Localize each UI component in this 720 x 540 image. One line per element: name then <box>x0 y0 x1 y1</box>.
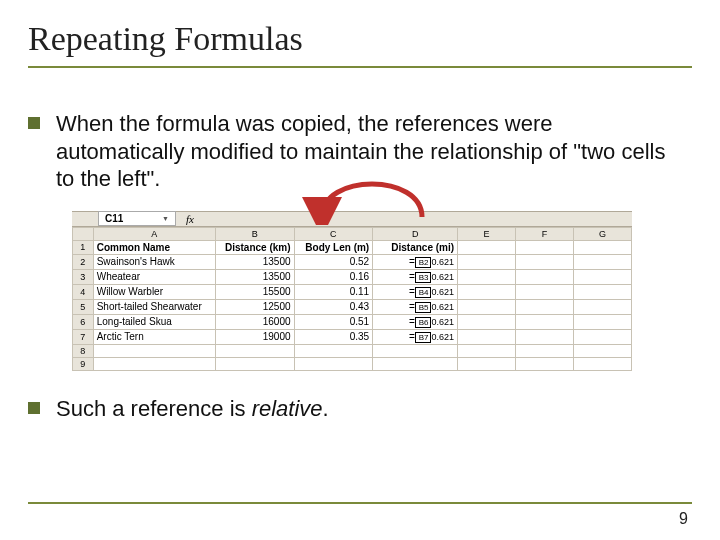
bullet-text: Such a reference is relative. <box>56 395 329 423</box>
formula-ref-cell: =B50.621 <box>373 299 458 314</box>
cell: 0.35 <box>294 329 373 344</box>
bullet-square-icon <box>28 402 40 414</box>
cell <box>574 314 632 329</box>
cell <box>516 284 574 299</box>
row-header: 7 <box>73 329 94 344</box>
bullet-square-icon <box>28 117 40 129</box>
cell <box>516 254 574 269</box>
cell: Long-tailed Skua <box>93 314 215 329</box>
cell <box>458 299 516 314</box>
formula-tail: 0.621 <box>432 332 455 342</box>
cell <box>458 254 516 269</box>
title-rule <box>28 66 692 68</box>
formula-ref-cell: =B70.621 <box>373 329 458 344</box>
cell: 0.16 <box>294 269 373 284</box>
table-row: 5Short-tailed Shearwater125000.43=B50.62… <box>73 299 632 314</box>
spreadsheet-sample: C11 ▼ fx A B C D E F <box>72 211 632 371</box>
cell <box>93 344 215 357</box>
cell: Arctic Tern <box>93 329 215 344</box>
cell <box>215 344 294 357</box>
cell: Wheatear <box>93 269 215 284</box>
cell: 0.11 <box>294 284 373 299</box>
col-header: A <box>93 227 215 240</box>
row-header: 8 <box>73 344 94 357</box>
cell <box>215 357 294 370</box>
select-all-cell <box>73 227 94 240</box>
fx-label: fx <box>186 213 194 225</box>
bullet-item: Such a reference is relative. <box>28 395 668 423</box>
formula-tail: 0.621 <box>432 317 455 327</box>
col-header: B <box>215 227 294 240</box>
bullet-item: When the formula was copied, the referen… <box>28 110 668 193</box>
cell: 0.43 <box>294 299 373 314</box>
table-row: 2Swainson's Hawk135000.52=B20.621 <box>73 254 632 269</box>
cell <box>458 314 516 329</box>
page-number: 9 <box>679 510 688 528</box>
bullet2-pre: Such a reference is <box>56 396 252 421</box>
cell <box>373 344 458 357</box>
row-header: 6 <box>73 314 94 329</box>
cell <box>294 344 373 357</box>
slide-title: Repeating Formulas <box>28 20 692 64</box>
cell-reference-box: B5 <box>415 302 431 313</box>
cell <box>458 329 516 344</box>
cell: Swainson's Hawk <box>93 254 215 269</box>
table-row: 4Willow Warbler155000.11=B40.621 <box>73 284 632 299</box>
cell-reference-box: B7 <box>415 332 431 343</box>
cell <box>516 299 574 314</box>
formula-bar: C11 ▼ fx <box>72 211 632 227</box>
row-header: 4 <box>73 284 94 299</box>
formula-ref-cell: =B60.621 <box>373 314 458 329</box>
col-header: G <box>574 227 632 240</box>
cell: Body Len (m) <box>294 240 373 254</box>
cell <box>458 269 516 284</box>
cell <box>574 269 632 284</box>
bullet2-emph: relative <box>252 396 323 421</box>
cell: 12500 <box>215 299 294 314</box>
row-header: 1 <box>73 240 94 254</box>
formula-tail: 0.621 <box>432 287 455 297</box>
dropdown-icon: ▼ <box>162 215 169 222</box>
cell <box>516 329 574 344</box>
formula-ref-cell: =B40.621 <box>373 284 458 299</box>
table-row: 3Wheatear135000.16=B30.621 <box>73 269 632 284</box>
formula-tail: 0.621 <box>432 302 455 312</box>
cell: Distance (km) <box>215 240 294 254</box>
bullet-list: When the formula was copied, the referen… <box>28 110 668 422</box>
bullet-text: When the formula was copied, the referen… <box>56 110 668 193</box>
formula-tail: 0.621 <box>432 257 455 267</box>
row-header: 2 <box>73 254 94 269</box>
cell <box>574 254 632 269</box>
cell: Common Name <box>93 240 215 254</box>
cell <box>574 240 632 254</box>
cell-reference-box: B6 <box>415 317 431 328</box>
cell <box>516 240 574 254</box>
table-row: 7Arctic Tern190000.35=B70.621 <box>73 329 632 344</box>
row-header: 9 <box>73 357 94 370</box>
cell: 0.52 <box>294 254 373 269</box>
column-header-row: A B C D E F G <box>73 227 632 240</box>
cell: 0.51 <box>294 314 373 329</box>
formula-ref-cell: =B30.621 <box>373 269 458 284</box>
table-row: 6Long-tailed Skua160000.51=B60.621 <box>73 314 632 329</box>
cell: Short-tailed Shearwater <box>93 299 215 314</box>
name-box: C11 ▼ <box>98 211 176 226</box>
cell: 16000 <box>215 314 294 329</box>
cell-reference-box: B3 <box>415 272 431 283</box>
cell <box>458 357 516 370</box>
col-header: C <box>294 227 373 240</box>
cell: 19000 <box>215 329 294 344</box>
header-row: 1 Common Name Distance (km) Body Len (m)… <box>73 240 632 254</box>
spreadsheet-grid: A B C D E F G 1 Common Name Distance (km… <box>72 227 632 371</box>
cell <box>458 344 516 357</box>
cell: 13500 <box>215 254 294 269</box>
cell-reference-box: B4 <box>415 287 431 298</box>
formula-ref-cell: =B20.621 <box>373 254 458 269</box>
cell <box>516 269 574 284</box>
formula-tail: 0.621 <box>432 272 455 282</box>
col-header: D <box>373 227 458 240</box>
cell <box>294 357 373 370</box>
col-header: E <box>458 227 516 240</box>
cell <box>516 357 574 370</box>
cell <box>458 240 516 254</box>
